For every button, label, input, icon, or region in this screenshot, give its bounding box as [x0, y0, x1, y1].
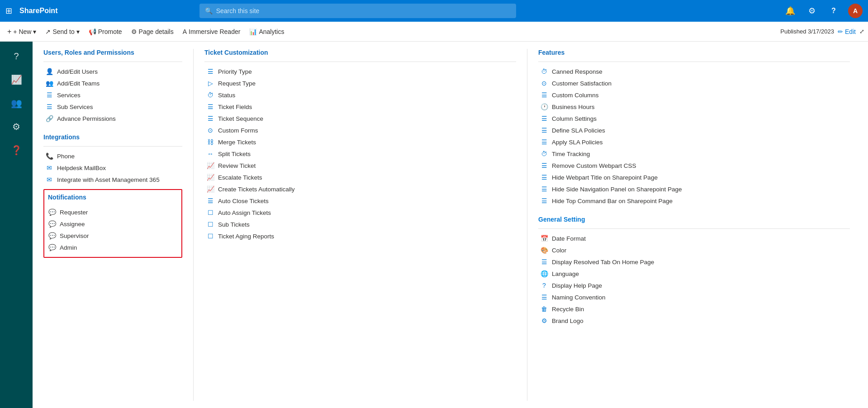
menu-item-remove-css[interactable]: ☰ Remove Custom Webpart CSS [538, 160, 850, 171]
immersive-reader-label: Immersive Reader [189, 28, 240, 35]
ticket-customization-title: Ticket Customization [204, 49, 516, 58]
menu-content: Users, Roles and Permissions 👤 Add/Edit … [33, 42, 868, 408]
auto-close-label: Auto Close Tickets [218, 198, 269, 204]
menu-item-split-tickets[interactable]: ↔ Split Tickets [204, 148, 516, 160]
menu-item-assignee[interactable]: 💬 Assignee [46, 218, 178, 230]
menu-item-services[interactable]: ☰ Services [43, 89, 182, 101]
menu-item-sub-services[interactable]: ☰ Sub Services [43, 101, 182, 113]
hide-side-nav-icon: ☰ [540, 185, 548, 193]
menu-item-display-help[interactable]: ? Display Help Page [538, 280, 850, 291]
help-icon[interactable]: ? [826, 4, 841, 18]
priority-type-label: Priority Type [218, 68, 252, 75]
new-dropdown-icon: ▾ [33, 28, 36, 35]
search-input[interactable] [216, 7, 511, 14]
search-box[interactable]: 🔍 [199, 4, 516, 18]
menu-item-column-settings[interactable]: ☰ Column Settings [538, 113, 850, 124]
menu-item-apply-sla[interactable]: ☰ Apply SLA Policies [538, 136, 850, 148]
menu-item-date-format[interactable]: 📅 Date Format [538, 232, 850, 244]
edit-icon: ✏ [838, 28, 843, 35]
menu-item-requester[interactable]: 💬 Requester [46, 206, 178, 218]
page-details-button[interactable]: ⚙ Page details [128, 26, 177, 37]
menu-item-define-sla[interactable]: ☰ Define SLA Policies [538, 124, 850, 136]
time-tracking-icon: ⏱ [540, 150, 548, 157]
menu-item-helpdesk-mailbox[interactable]: ✉ Helpdesk MailBox [43, 162, 182, 174]
menu-item-ticket-sequence[interactable]: ☰ Ticket Sequence [204, 113, 516, 124]
admin-label: Admin [60, 244, 77, 251]
priority-icon: ☰ [206, 68, 214, 75]
menu-item-business-hours[interactable]: 🕐 Business Hours [538, 101, 850, 113]
menu-item-auto-assign[interactable]: ☐ Auto Assign Tickets [204, 207, 516, 218]
edit-button[interactable]: ✏ Edit [838, 28, 856, 35]
sidebar-item-settings[interactable]: ⚙ [5, 116, 27, 138]
request-type-icon: ▷ [206, 80, 214, 87]
auto-assign-label: Auto Assign Tickets [218, 209, 271, 216]
define-sla-icon: ☰ [540, 127, 548, 134]
menu-item-request-type[interactable]: ▷ Request Type [204, 77, 516, 89]
customer-satisfaction-icon: ⊙ [540, 80, 548, 87]
requester-icon: 💬 [48, 209, 56, 216]
notifications-section-title: Notifications [46, 194, 178, 203]
menu-item-advance-permissions[interactable]: 🔗 Advance Permissions [43, 113, 182, 124]
display-resolved-label: Display Resolved Tab On Home Page [552, 259, 654, 266]
sidebar-item-analytics[interactable]: 📈 [5, 69, 27, 90]
menu-item-ticket-fields[interactable]: ☰ Ticket Fields [204, 101, 516, 113]
immersive-reader-button[interactable]: A Immersive Reader [179, 26, 244, 37]
menu-item-add-edit-teams[interactable]: 👥 Add/Edit Teams [43, 77, 182, 89]
collapse-icon[interactable]: ⤢ [859, 28, 864, 35]
menu-item-phone[interactable]: 📞 Phone [43, 150, 182, 162]
menu-item-status[interactable]: ⏱ Status [204, 89, 516, 101]
sidebar-item-help[interactable]: ? [5, 45, 27, 67]
menu-item-naming-convention[interactable]: ☰ Naming Convention [538, 291, 850, 303]
brand-logo-label: Brand Logo [552, 318, 583, 324]
menu-item-merge-tickets[interactable]: ⛓ Merge Tickets [204, 136, 516, 148]
top-nav: ⊞ SharePoint 🔍 🔔 ⚙ ? A [0, 0, 868, 22]
custom-columns-label: Custom Columns [552, 92, 599, 99]
menu-item-hide-side-nav[interactable]: ☰ Hide Side Navigation Panel on Sharepoi… [538, 183, 850, 195]
settings-icon[interactable]: ⚙ [805, 4, 819, 18]
menu-item-add-edit-users[interactable]: 👤 Add/Edit Users [43, 66, 182, 77]
waffle-icon[interactable]: ⊞ [5, 6, 12, 16]
menu-item-review-ticket[interactable]: 📈 Review Ticket [204, 160, 516, 171]
menu-item-customer-satisfaction[interactable]: ⊙ Customer Satisfaction [538, 77, 850, 89]
menu-item-admin[interactable]: 💬 Admin [46, 242, 178, 253]
date-format-icon: 📅 [540, 235, 548, 242]
language-icon: 🌐 [540, 270, 548, 277]
business-hours-label: Business Hours [552, 104, 595, 110]
phone-icon: 📞 [45, 152, 53, 160]
menu-item-color[interactable]: 🎨 Color [538, 244, 850, 256]
menu-item-supervisor[interactable]: 💬 Supervisor [46, 230, 178, 242]
send-to-button[interactable]: ↗ Send to ▾ [42, 26, 83, 37]
escalate-tickets-icon: 📈 [206, 174, 214, 181]
column-users: Users, Roles and Permissions 👤 Add/Edit … [40, 49, 194, 401]
sidebar-item-users[interactable]: 👥 [5, 92, 27, 114]
recycle-bin-icon: 🗑 [540, 305, 548, 313]
menu-item-custom-forms[interactable]: ⊙ Custom Forms [204, 124, 516, 136]
supervisor-icon: 💬 [48, 232, 56, 239]
promote-button[interactable]: 📢 Promote [85, 26, 126, 37]
avatar[interactable]: A [848, 4, 863, 18]
menu-item-escalate-tickets[interactable]: 📈 Escalate Tickets [204, 171, 516, 183]
menu-item-custom-columns[interactable]: ☰ Custom Columns [538, 89, 850, 101]
menu-item-recycle-bin[interactable]: 🗑 Recycle Bin [538, 303, 850, 315]
new-button[interactable]: + + New ▾ [4, 26, 40, 38]
menu-item-brand-logo[interactable]: ⚙ Brand Logo [538, 315, 850, 327]
menu-item-auto-close[interactable]: ☰ Auto Close Tickets [204, 195, 516, 207]
menu-item-display-resolved[interactable]: ☰ Display Resolved Tab On Home Page [538, 256, 850, 268]
display-resolved-icon: ☰ [540, 258, 548, 266]
notifications-icon[interactable]: 🔔 [783, 4, 797, 18]
menu-item-asset-management[interactable]: ✉ Integrate with Asset Management 365 [43, 174, 182, 185]
sidebar-item-question[interactable]: ❓ [5, 139, 27, 161]
display-help-icon: ? [540, 282, 548, 289]
menu-item-ticket-aging[interactable]: ☐ Ticket Aging Reports [204, 230, 516, 242]
search-icon: 🔍 [205, 7, 213, 14]
analytics-button[interactable]: 📊 Analytics [246, 26, 288, 37]
menu-item-canned-response[interactable]: ⏱ Canned Response [538, 66, 850, 77]
status-label: Status [218, 92, 235, 99]
menu-item-sub-tickets[interactable]: ☐ Sub Tickets [204, 218, 516, 230]
menu-item-priority-type[interactable]: ☰ Priority Type [204, 66, 516, 77]
menu-item-hide-webpart-title[interactable]: ☰ Hide Webpart Title on Sharepoint Page [538, 171, 850, 183]
menu-item-language[interactable]: 🌐 Language [538, 268, 850, 280]
menu-item-hide-top-bar[interactable]: ☰ Hide Top Command Bar on Sharepoint Pag… [538, 195, 850, 207]
menu-item-create-tickets[interactable]: 📈 Create Tickets Automatically [204, 183, 516, 195]
menu-item-time-tracking[interactable]: ⏱ Time Tracking [538, 148, 850, 160]
